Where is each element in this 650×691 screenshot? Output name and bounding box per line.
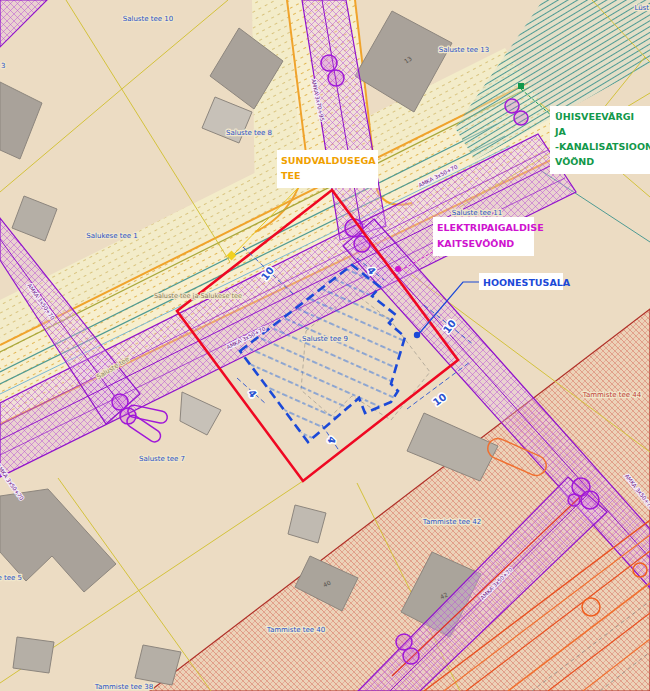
plot-label-saluste-11: Saluste tee 11 [452, 209, 503, 217]
plot-label-tammiste-42: Tammiste tee 42 [422, 518, 481, 526]
electric-label-line1: ELEKTRIPAIGALDISE [437, 222, 544, 233]
plot-label-corner-partial: Lüst [634, 4, 649, 12]
water-label-line4: VÖÖND [555, 156, 594, 167]
water-label-line1: ÜHISVEEVÄRGI [555, 111, 634, 122]
plot-label-tammiste-44: Tammiste tee 44 [582, 391, 642, 399]
plot-label-saluste-13: Saluste tee 13 [439, 46, 490, 54]
sundvaldus-label-line2: TEE [281, 170, 300, 181]
water-label-line3: -KANALISATSIOONI [555, 141, 650, 152]
plot-label-saluste-3-partial: 3 [1, 62, 5, 70]
plot-label-tammiste-38: Tammiste tee 38 [94, 683, 153, 691]
sundvaldus-label-line1: SUNDVALDUSEGA [281, 155, 376, 166]
plot-label-saluste-8: Saluste tee 8 [226, 129, 272, 137]
site-plan-map: SUNDVALDUSEGA TEE ÜHISVEEVÄRGI JA -KANAL… [0, 0, 650, 691]
water-label-line2: JA [554, 126, 567, 137]
electric-label-line2: KAITSEVÖÖND [437, 238, 514, 249]
plot-label-saluste-10: Saluste tee 10 [123, 15, 174, 23]
hoonestusala-label: HOONESTUSALA [483, 277, 571, 288]
site-plan-screenshot: SUNDVALDUSEGA TEE ÜHISVEEVÄRGI JA -KANAL… [0, 0, 650, 691]
plot-label-saluste-5: Saluste tee 5 [0, 574, 22, 582]
water-anchor-dot [518, 83, 524, 89]
plot-label-salukese-1: Salukese tee 1 [86, 232, 137, 240]
plot-label-saluste-9: Saluste tee 9 [302, 335, 348, 343]
plot-label-tammiste-40: Tammiste tee 40 [266, 626, 325, 634]
road-junction-label: Saluste tee ja Salukese tee [154, 292, 242, 300]
plot-label-saluste-7: Saluste tee 7 [139, 455, 185, 463]
